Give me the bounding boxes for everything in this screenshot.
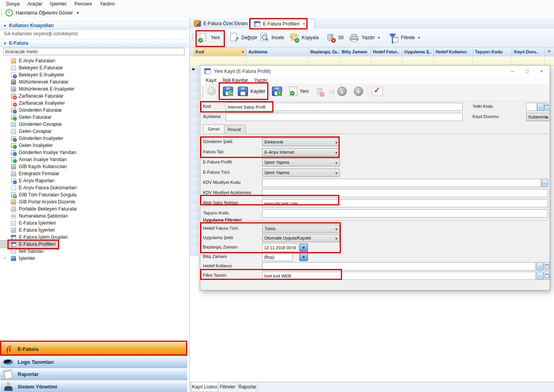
add-record-icon[interactable]: + — [207, 87, 216, 95]
menu-item-1[interactable]: Araçlar — [24, 1, 46, 7]
sidebar-item-20[interactable]: GİB Portal Arşivini Düzenle — [0, 198, 188, 205]
column-header-3[interactable]: Bitiş Zamanı — [340, 47, 371, 56]
row-selector-cell[interactable] — [190, 83, 198, 92]
row-selector-cell[interactable] — [190, 152, 198, 161]
sidebar-item-26[interactable]: E-Fatura Profilleri — [0, 241, 58, 248]
kdv-muafiyet-kodu-lookup-button[interactable]: … — [541, 179, 548, 187]
splitter-handle[interactable]: · · · · · · · · · — [0, 338, 188, 341]
row-selector-cell[interactable] — [190, 74, 198, 83]
row-selector-cell[interactable] — [190, 186, 198, 195]
maximize-button[interactable]: □ — [521, 65, 533, 77]
uygulama-sekli-select[interactable]: Otomatik Uygula/Kaydet▾ — [262, 234, 340, 242]
sidebar-item-22[interactable]: Numaralama Şablonları — [0, 212, 188, 220]
row-selector-cell[interactable] — [190, 212, 198, 221]
chevron-down-icon[interactable]: ▾ — [418, 36, 420, 40]
column-header-5[interactable]: Uygulama Ş.. — [402, 47, 434, 56]
sidebar-item-17[interactable]: ↓E-Arşiv Raporları — [0, 177, 188, 184]
panel-logo-tanimlari[interactable]: Logo Tanımları — [0, 356, 187, 368]
dialog-menu-item-2[interactable]: Yazdır — [252, 78, 272, 83]
reminder-toggle[interactable]: Hatırlatma Öğelerini Göster — [16, 10, 73, 16]
sidebar-item-24[interactable]: E-Fatura İşyerleri — [0, 227, 188, 234]
save-new-button[interactable]: + — [272, 87, 282, 96]
column-header-8[interactable]: Kayıt Duru.. — [512, 47, 545, 56]
row-selector-cell[interactable] — [190, 91, 198, 100]
sidebar-item-3[interactable]: Mühürlenecek Faturalar — [0, 78, 188, 85]
column-header-7[interactable]: Taşıyıcı Kodu — [473, 47, 512, 56]
dialog-menu-item-0[interactable]: Kayıt — [203, 78, 220, 83]
row-selector-cell[interactable] — [190, 178, 198, 187]
close-icon[interactable]: × — [302, 21, 305, 27]
kayit-durumu-select[interactable]: Kullanımda▾ — [526, 113, 550, 121]
sidebar-item-13[interactable]: →Gönderilen İrsaliye Yanıtları — [0, 149, 188, 156]
hedef-kullanici-input[interactable] — [262, 262, 536, 270]
sidebar-item-6[interactable]: @Zarflanacak İrsaliyeler — [0, 100, 188, 107]
sidebar-item-18[interactable]: E-Arşiv Fatura Dokümanları — [0, 184, 188, 191]
bottom-tab-raporlar[interactable]: Raporlar — [237, 382, 258, 392]
yazdir-button[interactable]: Yazdır▾ — [349, 31, 380, 44]
sidebar-item-27[interactable]: İleti Satırları — [0, 248, 188, 255]
section-header-shortcuts[interactable]: ▾Kullanıcı Kısayolları — [0, 21, 188, 30]
panel-sistem-yonetimi[interactable]: Sistem Yönetimi — [0, 380, 187, 392]
sidebar-item-16[interactable]: Entegratör Firmalar — [0, 170, 188, 177]
expander-icon[interactable]: › — [4, 255, 5, 261]
baslangic-zamani-input[interactable] — [262, 243, 298, 252]
minimize-button[interactable]: – — [507, 65, 518, 77]
sidebar-item-5[interactable]: @Zarflanacak Faturalar — [0, 93, 188, 100]
tab-ihracat[interactable]: İhracat — [223, 125, 246, 134]
dialog-titlebar[interactable]: Yeni Kayıt (E-Fatura Profili) – □ × — [200, 65, 550, 77]
menu-item-3[interactable]: Pencere — [71, 1, 96, 7]
tab-genel[interactable]: Genel — [203, 124, 224, 134]
menu-item-0[interactable]: Dosya — [2, 1, 24, 7]
filter-cell-0[interactable] — [194, 56, 246, 65]
tab-efatura-ozet-ekrani[interactable]: E-Fatura Özet Ekranı — [191, 19, 255, 28]
sil-button[interactable]: ×Sil — [326, 31, 343, 44]
tab-efatura-profilleri[interactable]: E-Fatura Profilleri× — [250, 19, 315, 29]
search-input[interactable] — [3, 48, 185, 55]
bottom-tab-filtreler[interactable]: Filtreler — [218, 382, 237, 392]
row-selector-cell[interactable] — [190, 169, 198, 178]
tasiyici-kodu-input[interactable] — [262, 209, 548, 218]
bottom-tab-kayit-listesi[interactable]: Kayıt Listesi — [191, 382, 218, 392]
incele-button[interactable]: İncele — [259, 31, 284, 44]
filter-cell-1[interactable] — [246, 56, 308, 65]
row-selector-cell[interactable] — [190, 203, 198, 212]
filter-cell-4[interactable] — [371, 56, 402, 65]
efatura-profili-select[interactable]: İşlem Yapma▾ — [262, 158, 340, 167]
move-down-button[interactable]: ▼ — [354, 87, 363, 96]
hedef-kullanici-window-button[interactable] — [544, 262, 550, 270]
row-selector-cell[interactable] — [190, 143, 198, 152]
column-header-0[interactable]: Kod▲ — [194, 47, 246, 56]
sidebar-item-1[interactable]: Bekleyen E-Faturalar — [0, 64, 188, 71]
save-button[interactable]: Kaydet — [238, 87, 265, 96]
column-header-4[interactable]: Hedef Fatur.. — [371, 47, 402, 56]
sidebar-item-19[interactable]: ↻GİB Tüm Faturaları Sorgula — [0, 191, 188, 198]
kdv-muafiyet-kodu-input[interactable] — [262, 179, 541, 187]
panel-raporlar[interactable]: Raporlar — [0, 368, 187, 380]
sidebar-item-8[interactable]: ←Gelen Faturalar — [0, 114, 188, 121]
row-selector-cell[interactable] — [190, 247, 198, 256]
filter-cell-7[interactable] — [473, 56, 512, 65]
row-selector-cell[interactable] — [190, 109, 198, 118]
filtre-tanimi-lookup-button[interactable]: … — [536, 272, 543, 280]
move-up-button[interactable]: ▲ — [337, 87, 347, 96]
baslangic-zamani-date-button[interactable]: ▾ — [299, 243, 308, 252]
section-header-efatura[interactable]: ▾E-Fatura — [0, 39, 188, 47]
row-selector-cell[interactable]: ▶ — [190, 65, 198, 74]
sidebar-item-9[interactable]: Gönderilen Cevaplar — [0, 121, 188, 128]
sidebar-item-25[interactable]: E-Fatura İşlem Grupları — [0, 234, 188, 241]
row-selector-cell[interactable] — [190, 229, 198, 238]
filter-cell-3[interactable] — [340, 56, 371, 65]
panel-efatura[interactable]: (iE-Fatura — [0, 342, 187, 356]
row-selector-cell[interactable] — [190, 126, 198, 135]
yetki-kodu-window-button[interactable] — [544, 103, 550, 111]
sidebar-item-28[interactable]: ›İşlemler — [0, 255, 188, 262]
sidebar-item-7[interactable]: →Gönderilen Faturalar — [0, 107, 188, 114]
kopyala-button[interactable]: +Kopyala — [289, 31, 319, 44]
chevron-down-icon[interactable]: ▾ — [378, 36, 380, 40]
kod-input[interactable] — [226, 103, 463, 111]
filtre-tanimi-input[interactable] — [262, 272, 536, 280]
yetki-kodu-lookup-button[interactable]: … — [537, 103, 544, 111]
degistir-button[interactable]: ↗Değiştir — [229, 31, 257, 44]
row-selector-cell[interactable] — [190, 238, 198, 247]
pin-column-icon[interactable]: ⚑ — [545, 48, 554, 56]
